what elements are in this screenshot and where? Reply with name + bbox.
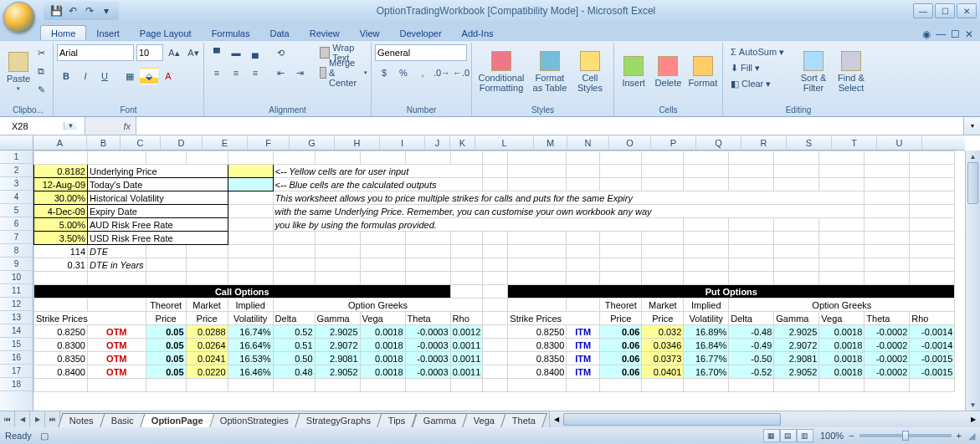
cell[interactable] [34,151,88,165]
cell[interactable] [483,312,508,325]
cell[interactable] [910,165,955,178]
cell[interactable] [819,218,865,232]
cell[interactable] [228,165,273,178]
cell[interactable] [684,232,729,245]
paste-button[interactable]: Paste ▾ [7,44,30,100]
select-all-corner[interactable] [0,135,33,151]
cell[interactable]: Theta [405,312,450,325]
col-header-M[interactable]: M [534,135,567,150]
cell[interactable]: 0.0018 [819,339,865,352]
cell[interactable]: 4-Dec-09 [34,205,88,218]
row-header-4[interactable]: 4 [0,191,33,204]
cell[interactable]: Today's Date [88,178,228,191]
cell[interactable]: -0.48 [729,325,774,339]
align-bottom-icon[interactable]: ▄ [246,44,264,61]
cell[interactable]: 0.0011 [450,339,483,352]
tab-data[interactable]: Data [259,26,299,40]
cell[interactable] [483,285,508,299]
cell[interactable] [273,379,315,392]
cell[interactable] [450,272,483,285]
cell[interactable] [774,232,819,245]
cell[interactable] [88,272,146,285]
cell[interactable]: 16.64% [228,339,273,352]
cell[interactable]: 16.70% [684,365,729,379]
cell[interactable]: OTM [88,339,146,352]
sheet-tab-notes[interactable]: Notes [58,413,105,427]
insert-cells-button[interactable]: Insert [618,44,649,100]
col-header-G[interactable]: G [290,135,335,150]
cell[interactable]: ITM [567,339,600,352]
cell[interactable]: Price [642,312,684,325]
decrease-decimal-icon[interactable]: ←.0 [452,64,470,81]
cell[interactable] [228,379,273,392]
sheet-tab-gamma[interactable]: Gamma [412,413,468,427]
bold-button[interactable]: B [57,68,75,84]
cell[interactable] [228,205,273,218]
merge-center-button[interactable]: Merge & Center ▾ [316,64,372,81]
cell[interactable] [684,165,729,178]
name-box-dropdown-icon[interactable]: ▼ [64,122,77,130]
cell[interactable] [774,272,819,285]
cell[interactable] [729,165,774,178]
cell[interactable]: 0.0018 [360,352,405,365]
cell[interactable]: 12-Aug-09 [34,178,88,191]
tab-nav-first-icon[interactable]: ⏮ [0,411,15,427]
cell[interactable] [228,191,273,205]
macro-record-icon[interactable]: ▢ [40,431,49,441]
cell[interactable]: 0.8250 [508,325,567,339]
align-center-icon[interactable]: ≡ [227,64,245,81]
cell[interactable]: -0.0003 [405,325,450,339]
cell[interactable]: -0.0003 [405,352,450,365]
cell[interactable] [508,272,567,285]
cell[interactable]: Gamma [774,312,819,325]
cell[interactable]: 0.8350 [508,352,567,365]
cell[interactable]: Implied [684,299,729,312]
cell[interactable] [315,258,360,272]
currency-icon[interactable]: $ [375,64,393,81]
cell[interactable]: OTM [88,352,146,365]
cell[interactable]: 0.05 [146,325,186,339]
cell[interactable]: 0.0288 [186,325,228,339]
row-header-15[interactable]: 15 [0,338,33,351]
col-header-D[interactable]: D [161,135,203,150]
cell[interactable]: 0.52 [273,325,315,339]
cell[interactable] [774,165,819,178]
cell[interactable] [450,151,483,165]
shrink-font-icon[interactable]: A▾ [185,44,202,61]
minimize-ribbon-icon[interactable]: — [936,28,946,40]
format-painter-icon[interactable]: ✎ [33,81,49,98]
cell[interactable] [729,151,774,165]
orientation-icon[interactable]: ⟲ [271,44,290,61]
cell[interactable]: 0.0220 [186,365,228,379]
cell[interactable]: 0.8400 [34,365,88,379]
cell[interactable] [483,165,508,178]
cell[interactable] [567,379,600,392]
cell[interactable] [729,178,774,191]
cell[interactable] [865,178,910,191]
cell[interactable]: 0.0018 [360,325,405,339]
cell[interactable]: Delta [729,312,774,325]
cell[interactable] [508,245,567,258]
vertical-scrollbar[interactable]: ▲ ▼ [965,151,980,411]
horizontal-scrollbar[interactable]: ◀ ▶ [549,411,980,427]
col-header-T[interactable]: T [832,135,877,150]
cell[interactable]: 0.06 [600,352,642,365]
cell[interactable]: 0.0018 [360,339,405,352]
cell[interactable] [729,272,774,285]
cell[interactable] [910,245,955,258]
cell[interactable]: Price [600,312,642,325]
cell[interactable] [405,245,450,258]
resize-grip-icon[interactable]: ◢ [968,431,975,441]
cell[interactable] [508,258,567,272]
cell[interactable] [642,272,684,285]
cell[interactable] [186,151,228,165]
cell[interactable]: Vega [360,312,405,325]
scroll-up-icon[interactable]: ▲ [966,151,980,162]
autosum-button[interactable]: Σ AutoSum ▾ [726,44,793,59]
cell[interactable] [642,178,684,191]
zoom-level[interactable]: 100% [820,431,844,441]
sheet-tab-theta[interactable]: Theta [500,413,547,427]
cell[interactable]: 0.48 [273,365,315,379]
tab-insert[interactable]: Insert [86,26,130,40]
col-header-F[interactable]: F [248,135,290,150]
